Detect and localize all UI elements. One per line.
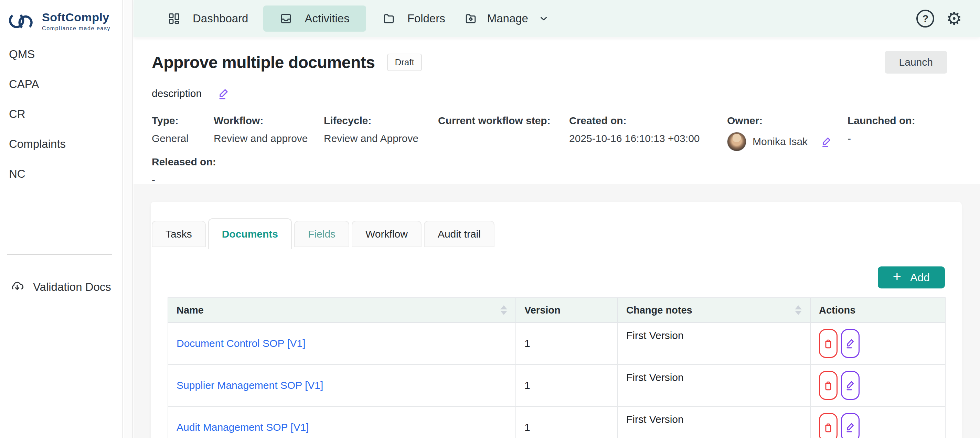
softcomply-rings-icon [8,10,37,32]
table-row: Audit Management SOP [V1] 1 First Versio… [168,406,945,438]
version-cell: 1 [516,364,618,406]
owner-avatar [727,132,746,151]
meta-field-workflow: Workflow: Review and approve [214,115,324,151]
nav-item-activities[interactable]: Activities [263,5,366,32]
edit-description-icon[interactable] [217,87,231,100]
nav-label: Dashboard [193,12,248,25]
meta-value: Review and approve [214,132,324,145]
help-icon[interactable]: ? [916,10,934,27]
table-header-row: Name Version [168,298,945,322]
edit-document-button[interactable] [841,371,859,400]
nav-item-manage[interactable]: Manage [465,12,549,25]
change-notes-cell: First Version [618,322,810,364]
tab-label: Workflow [366,228,408,240]
document-link[interactable]: Supplier Management SOP [V1] [177,379,323,391]
column-label: Version [524,305,560,316]
meta-field-type: Type: General [152,115,214,151]
meta-field-created-on: Created on: 2025-10-16 16:10:13 +03:00 [569,115,727,151]
brand-text: SoftComply Compliance made easy [42,11,110,32]
tab-label: Documents [222,228,278,240]
tab-tasks[interactable]: Tasks [152,221,206,247]
meta-field-lifecycle: Lifecycle: Review and Approve [324,115,438,151]
document-link[interactable]: Document Control SOP [V1] [177,338,305,349]
validation-docs-label: Validation Docs [33,281,111,294]
documents-table-wrap: Name Version [167,297,945,438]
content-area: Tasks Documents Fields Workflow Audit tr… [134,184,980,438]
version-cell: 1 [516,322,618,364]
sidebar-item-cr[interactable]: CR [0,99,123,129]
edit-owner-icon[interactable] [820,135,833,148]
folder-icon [383,13,395,25]
sidebar: SoftComply Compliance made easy QMS CAPA… [0,0,123,438]
plus-icon: + [893,270,902,284]
table-row: Supplier Management SOP [V1] 1 First Ver… [168,364,945,406]
tab-audit-trail[interactable]: Audit trail [424,221,495,247]
delete-document-button[interactable] [819,371,838,400]
sidebar-item-qms[interactable]: QMS [0,39,123,69]
nav-label: Manage [487,12,528,25]
meta-value: General [152,132,214,145]
sidebar-item-label: Complaints [9,138,66,151]
meta-label: Created on: [569,115,727,127]
nav-label: Activities [304,12,349,25]
sort-icon[interactable] [795,305,802,315]
nav-item-dashboard[interactable]: Dashboard [168,12,248,25]
tab-workflow[interactable]: Workflow [352,221,422,247]
add-button-label: Add [910,271,930,284]
sidebar-menu: QMS CAPA CR Complaints NC [0,39,123,189]
column-label: Name [177,305,204,316]
chevron-down-icon [539,13,549,24]
meta-value [438,132,569,145]
sidebar-item-complaints[interactable]: Complaints [0,129,123,159]
version-cell: 1 [516,406,618,438]
delete-document-button[interactable] [819,413,838,438]
sidebar-item-label: CAPA [9,78,39,91]
nav-right-actions: ? ⚙ [916,10,962,27]
sidebar-item-label: NC [9,167,25,181]
add-document-button[interactable]: + Add [878,267,945,289]
brand-tagline: Compliance made easy [42,25,110,32]
sort-icon[interactable] [500,305,507,315]
meta-label: Type: [152,115,214,127]
column-header-change-notes[interactable]: Change notes [618,298,810,322]
meta-value: Review and Approve [324,132,438,145]
meta-label: Current workflow step: [438,115,569,127]
sidebar-item-capa[interactable]: CAPA [0,69,123,99]
activity-card: Tasks Documents Fields Workflow Audit tr… [151,202,962,438]
brand-logo: SoftComply Compliance made easy [8,10,123,32]
change-notes-cell: First Version [618,406,810,438]
settings-gear-icon[interactable]: ⚙ [946,10,962,27]
column-label: Change notes [626,305,692,316]
meta-value: - [848,132,980,145]
main-area: Dashboard Activities Folders [134,0,980,438]
tab-documents[interactable]: Documents [208,218,292,249]
edit-document-button[interactable] [841,329,859,358]
meta-label: Lifecycle: [324,115,438,127]
document-link[interactable]: Audit Management SOP [V1] [177,422,309,433]
meta-field-launched-on: Launched on: - [848,115,980,151]
column-label: Actions [819,305,856,316]
edit-document-button[interactable] [841,413,859,438]
metadata-grid: Type: General Workflow: Review and appro… [152,115,980,151]
top-navigation: Dashboard Activities Folders [134,0,980,37]
documents-table: Name Version [167,297,946,438]
sidebar-divider [7,254,112,255]
cloud-download-icon [10,279,24,295]
column-header-name[interactable]: Name [168,298,516,322]
meta-label: Launched on: [848,115,980,127]
column-header-version[interactable]: Version [516,298,618,322]
sidebar-item-nc[interactable]: NC [0,159,123,189]
activities-inbox-icon [280,13,292,25]
table-row: Document Control SOP [V1] 1 First Versio… [168,322,945,364]
sidebar-item-validation-docs[interactable]: Validation Docs [0,279,123,295]
meta-field-owner: Owner: Monika Isak [727,115,848,151]
launch-button[interactable]: Launch [885,51,947,74]
tab-bar: Tasks Documents Fields Workflow Audit tr… [152,218,962,247]
change-notes-cell: First Version [618,364,810,406]
nav-item-folders[interactable]: Folders [383,12,445,25]
tab-fields[interactable]: Fields [294,221,349,247]
delete-document-button[interactable] [819,329,838,358]
description-label: description [152,88,202,99]
tab-label: Tasks [165,228,192,240]
meta-field-current-step: Current workflow step: [438,115,569,151]
